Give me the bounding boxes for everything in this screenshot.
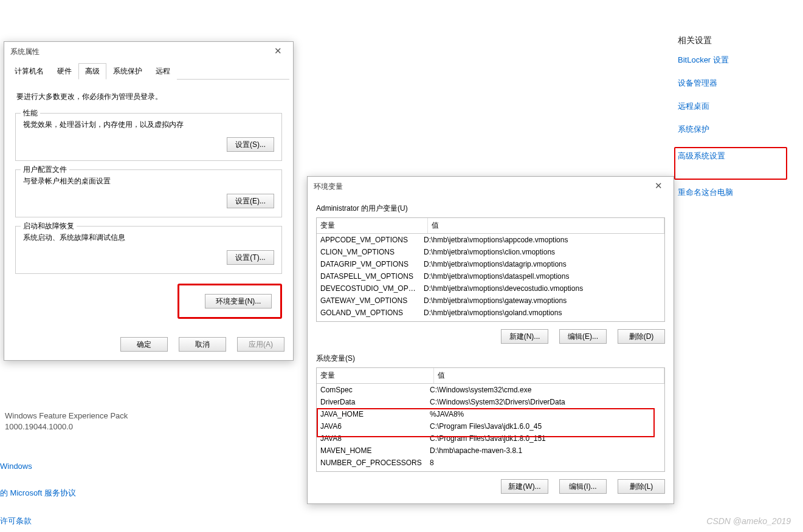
user-new-button[interactable]: 新建(N)... [501, 329, 548, 344]
group-startup-recovery-legend: 启动和故障恢复 [21, 221, 77, 231]
environment-variables-dialog: 环境变量 ✕ Administrator 的用户变量(U) 变量 值 APPCO… [307, 176, 674, 504]
table-row[interactable]: DriverDataC:\Windows\System32\Drivers\Dr… [317, 396, 664, 408]
table-row[interactable]: MAVEN_HOMED:\hmb\apache-maven-3.8.1 [317, 445, 664, 457]
table-row[interactable]: GATEWAY_VM_OPTIONSD:\hmb\jetbra\vmoption… [317, 295, 664, 307]
col-var[interactable]: 变量 [317, 218, 428, 234]
col-var[interactable]: 变量 [317, 368, 434, 384]
envvar-title: 环境变量 [314, 182, 343, 192]
table-row[interactable]: NUMBER_OF_PROCESSORS8 [317, 457, 664, 469]
close-icon[interactable]: ✕ [649, 180, 667, 193]
startup-settings-button[interactable]: 设置(T)... [227, 250, 274, 265]
table-row[interactable]: ComSpecC:\Windows\system32\cmd.exe [317, 384, 664, 396]
system-properties-dialog: 系统属性 ✕ 计算机名 硬件 高级 系统保护 远程 要进行大多数更改，你必须作为… [4, 41, 294, 361]
tab-remote[interactable]: 远程 [149, 63, 177, 80]
tab-advanced[interactable]: 高级 [78, 63, 106, 80]
highlight-envvars-button: 环境变量(N)... [177, 284, 282, 319]
sys-vars-table[interactable]: 变量 值 ComSpecC:\Windows\system32\cmd.exeD… [316, 367, 665, 472]
link-advanced-system-settings[interactable]: 高级系统设置 [678, 151, 764, 162]
table-row[interactable]: JAVA_HOME%JAVA8% [317, 408, 664, 420]
cancel-button[interactable]: 取消 [179, 337, 226, 352]
close-icon[interactable]: ✕ [269, 46, 287, 58]
sys-vars-label: 系统变量(S) [316, 353, 665, 364]
table-row[interactable]: DEVECOSTUDIO_VM_OPT...D:\hmb\jetbra\vmop… [317, 282, 664, 295]
group-startup-recovery: 启动和故障恢复 系统启动、系统故障和调试信息 设置(T)... [15, 226, 282, 274]
highlight-advanced-system: 高级系统设置 [674, 147, 787, 180]
sysprop-footer: 确定 取消 应用(A) [4, 331, 293, 360]
table-row[interactable]: GOLAND_VM_OPTIONSD:\hmb\jetbra\vmoptions… [317, 307, 664, 319]
user-del-button[interactable]: 删除(D) [618, 329, 665, 344]
related-settings-heading: 相关设置 [678, 35, 781, 46]
table-row[interactable]: JAVA8C:\Program Files\Java\jdk1.8.0_151 [317, 432, 664, 445]
feature-pack-version: 1000.19044.1000.0 [5, 421, 128, 432]
userprof-settings-button[interactable]: 设置(E)... [227, 194, 274, 208]
perf-settings-button[interactable]: 设置(S)... [227, 137, 274, 152]
group-performance: 性能 视觉效果，处理器计划，内存使用，以及虚拟内存 设置(S)... [15, 113, 282, 161]
sys-del-button[interactable]: 删除(L) [618, 479, 665, 494]
link-system-protect[interactable]: 系统保护 [678, 124, 781, 135]
related-settings-panel: 相关设置 BitLocker 设置 设备管理器 远程桌面 系统保护 高级系统设置… [678, 35, 781, 210]
apply-button: 应用(A) [237, 337, 284, 352]
table-row[interactable]: DATAGRIP_VM_OPTIONSD:\hmb\jetbra\vmoptio… [317, 258, 664, 270]
group-user-profiles-desc: 与登录帐户相关的桌面设置 [23, 176, 274, 186]
user-edit-button[interactable]: 编辑(E)... [559, 329, 607, 344]
group-user-profiles-legend: 用户配置文件 [21, 165, 69, 175]
link-rename-pc[interactable]: 重命名这台电脑 [678, 187, 781, 198]
tab-system-protect[interactable]: 系统保护 [106, 63, 149, 80]
table-row[interactable]: APPCODE_VM_OPTIONSD:\hmb\jetbra\vmoption… [317, 234, 664, 246]
admin-note: 要进行大多数更改，你必须作为管理员登录。 [16, 92, 282, 102]
user-vars-label: Administrator 的用户变量(U) [316, 203, 665, 214]
link-ms-terms[interactable]: 的 Microsoft 服务协议 [0, 488, 76, 499]
watermark: CSDN @ameko_2019 [706, 516, 791, 526]
bottom-links: Windows 的 Microsoft 服务协议 许可条款 [0, 462, 76, 532]
link-windows[interactable]: Windows [0, 462, 76, 471]
sysprop-tabs: 计算机名 硬件 高级 系统保护 远程 [8, 63, 289, 80]
table-row[interactable]: DATASPELL_VM_OPTIONSD:\hmb\jetbra\vmopti… [317, 270, 664, 282]
sysprop-title: 系统属性 [10, 47, 40, 57]
link-license[interactable]: 许可条款 [0, 516, 76, 527]
user-vars-table[interactable]: 变量 值 APPCODE_VM_OPTIONSD:\hmb\jetbra\vmo… [316, 217, 665, 322]
tab-computer-name[interactable]: 计算机名 [8, 63, 50, 80]
table-row[interactable]: CLION_VM_OPTIONSD:\hmb\jetbra\vmoptions\… [317, 246, 664, 258]
group-user-profiles: 用户配置文件 与登录帐户相关的桌面设置 设置(E)... [15, 169, 282, 217]
link-remote-desktop[interactable]: 远程桌面 [678, 101, 781, 112]
group-startup-recovery-desc: 系统启动、系统故障和调试信息 [23, 233, 274, 243]
group-performance-legend: 性能 [21, 108, 40, 118]
feature-pack-name: Windows Feature Experience Pack [5, 411, 128, 421]
sys-new-button[interactable]: 新建(W)... [501, 479, 548, 494]
col-val[interactable]: 值 [434, 368, 664, 384]
ok-button[interactable]: 确定 [120, 337, 168, 352]
sys-edit-button[interactable]: 编辑(I)... [559, 479, 607, 494]
sysprop-titlebar[interactable]: 系统属性 ✕ [4, 42, 293, 60]
table-row[interactable]: JAVA6C:\Program Files\Java\jdk1.6.0_45 [317, 420, 664, 432]
link-bitlocker[interactable]: BitLocker 设置 [678, 55, 781, 66]
col-val[interactable]: 值 [428, 218, 664, 234]
tab-hardware[interactable]: 硬件 [50, 63, 78, 80]
envvar-titlebar[interactable]: 环境变量 ✕ [308, 177, 674, 195]
environment-variables-button[interactable]: 环境变量(N)... [205, 294, 272, 309]
group-performance-desc: 视觉效果，处理器计划，内存使用，以及虚拟内存 [23, 120, 274, 130]
feature-pack-text: Windows Feature Experience Pack 1000.190… [5, 411, 128, 432]
link-device-manager[interactable]: 设备管理器 [678, 78, 781, 89]
